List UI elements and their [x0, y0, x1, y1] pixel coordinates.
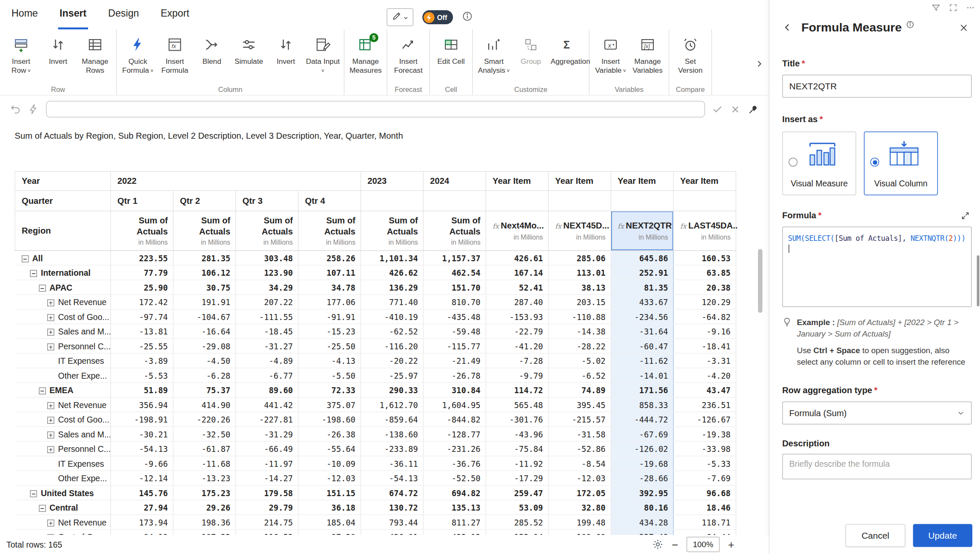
cell[interactable]: -11.92: [486, 456, 548, 471]
cell[interactable]: 106.12: [173, 265, 236, 280]
cell[interactable]: 811.27: [423, 515, 486, 530]
cell[interactable]: -128.77: [423, 427, 486, 442]
cell[interactable]: 414.90: [173, 397, 236, 412]
insert-variable-button[interactable]: xInsert Variable ˅: [592, 29, 629, 75]
cell[interactable]: 810.70: [423, 294, 486, 309]
year-group-year-item[interactable]: Year Item: [486, 171, 548, 191]
insert-formula-button[interactable]: fxInsert Formula: [157, 29, 194, 75]
cell[interactable]: 114.72: [486, 383, 548, 397]
row-label-net-revenue[interactable]: +Net Revenue: [15, 515, 111, 530]
invert-button[interactable]: Invert: [40, 29, 77, 66]
expand-toggle-icon[interactable]: +: [47, 417, 54, 424]
cell[interactable]: -215.57: [548, 412, 611, 427]
cell[interactable]: -3.31: [673, 353, 736, 368]
cell[interactable]: -9.79: [486, 368, 548, 383]
expand-toggle-icon[interactable]: +: [47, 329, 54, 336]
simulate-button[interactable]: Simulate: [231, 29, 268, 66]
cell[interactable]: -4.89: [236, 353, 298, 368]
cell[interactable]: -59.48: [423, 324, 486, 339]
row-aggregation-select[interactable]: Formula (Sum): [782, 402, 972, 425]
cell[interactable]: 203.15: [548, 294, 611, 309]
cell[interactable]: -14.27: [236, 471, 298, 485]
insert-row-button[interactable]: Insert Row ˅: [3, 29, 40, 75]
cell[interactable]: -25.50: [298, 339, 361, 354]
cell[interactable]: 43.47: [673, 383, 736, 397]
cancel-button[interactable]: Cancel: [846, 524, 905, 547]
row-label-cost-of-goo[interactable]: +Cost of Goo...: [15, 529, 111, 535]
cell[interactable]: 281.35: [173, 251, 236, 266]
cell[interactable]: -61.87: [173, 441, 236, 456]
cell[interactable]: 434.28: [611, 515, 673, 530]
cell[interactable]: 303.48: [236, 251, 298, 266]
cell[interactable]: -25.55: [111, 339, 173, 354]
cell[interactable]: 223.55: [111, 251, 173, 266]
info-icon[interactable]: [906, 20, 914, 29]
formula-editor[interactable]: SUM(SELECT([Sum of Actuals], NEXTNQTR(2)…: [782, 227, 972, 307]
cell[interactable]: 18.46: [673, 500, 736, 515]
cell[interactable]: 120.29: [673, 294, 736, 309]
cell[interactable]: -301.76: [486, 412, 548, 427]
edit-cell-button[interactable]: Edit Cell: [433, 29, 470, 66]
cell[interactable]: -4.50: [173, 353, 236, 368]
cell[interactable]: -28.22: [548, 339, 611, 354]
quarter-blank[interactable]: [423, 191, 486, 211]
cell[interactable]: 25.90: [111, 280, 173, 295]
row-label-it-expenses[interactable]: IT Expenses: [15, 456, 111, 471]
cell[interactable]: -4.20: [673, 368, 736, 383]
cell[interactable]: -8.54: [548, 456, 611, 471]
row-label-international[interactable]: −International: [15, 265, 111, 280]
cell[interactable]: -54.13: [111, 441, 173, 456]
radio-icon[interactable]: [789, 158, 798, 167]
cell[interactable]: -6.28: [173, 368, 236, 383]
live-update-toggle[interactable]: Off: [422, 10, 453, 24]
cell[interactable]: 1,101.34: [361, 251, 423, 266]
cell[interactable]: -20.22: [361, 353, 423, 368]
row-label-net-revenue[interactable]: +Net Revenue: [15, 397, 111, 412]
cell[interactable]: -52.50: [423, 471, 486, 485]
cell[interactable]: -36.76: [423, 456, 486, 471]
cell[interactable]: -94.19: [111, 529, 173, 535]
expand-toggle-icon[interactable]: +: [47, 446, 54, 454]
cell[interactable]: -64.44: [673, 529, 736, 535]
cell[interactable]: -435.48: [423, 309, 486, 324]
cell[interactable]: -64.82: [673, 309, 736, 324]
quarter-header-label[interactable]: Quarter: [15, 191, 111, 211]
cell[interactable]: 75.37: [173, 383, 236, 397]
cell[interactable]: -426.01: [361, 529, 423, 535]
measure-header-sum-of-actuals[interactable]: Sum of Actualsin Millions: [173, 211, 236, 251]
cell[interactable]: 1,604.95: [423, 397, 486, 412]
cell[interactable]: -16.64: [173, 324, 236, 339]
row-label-other-expe[interactable]: Other Expe...: [15, 471, 111, 485]
cell[interactable]: -54.13: [361, 471, 423, 485]
cell[interactable]: 674.72: [361, 485, 423, 500]
row-label-it-expenses[interactable]: IT Expenses: [15, 353, 111, 368]
expand-toggle-icon[interactable]: +: [47, 343, 54, 351]
quarter-blank[interactable]: [486, 191, 548, 211]
grid-scrollbar[interactable]: [758, 249, 763, 313]
cell[interactable]: -41.20: [486, 339, 548, 354]
cell[interactable]: 81.35: [611, 280, 673, 295]
cell[interactable]: -75.84: [486, 441, 548, 456]
collapse-toggle-icon[interactable]: −: [39, 505, 46, 512]
cell[interactable]: 172.05: [548, 485, 611, 500]
formula-bar-input[interactable]: [46, 101, 705, 117]
cell[interactable]: 426.62: [361, 265, 423, 280]
ribbon-overflow-chevron-icon[interactable]: [755, 60, 764, 69]
cell[interactable]: -107.22: [173, 529, 236, 535]
cell[interactable]: 858.33: [611, 397, 673, 412]
cell[interactable]: -109.69: [548, 529, 611, 535]
cell[interactable]: 107.11: [298, 265, 361, 280]
filter-icon[interactable]: [932, 3, 940, 15]
cell[interactable]: -22.79: [486, 324, 548, 339]
cell[interactable]: 123.90: [236, 265, 298, 280]
cell[interactable]: -31.29: [236, 427, 298, 442]
cell[interactable]: 462.54: [423, 265, 486, 280]
pin-icon[interactable]: [748, 104, 759, 115]
cell[interactable]: 199.48: [548, 515, 611, 530]
cell[interactable]: 118.71: [673, 515, 736, 530]
cell[interactable]: 51.89: [111, 383, 173, 397]
measure-header-last45da[interactable]: fxLAST45DA...in Millions: [673, 211, 736, 251]
tab-home[interactable]: Home: [10, 8, 39, 29]
cell[interactable]: -6.52: [548, 368, 611, 383]
cell[interactable]: -11.68: [173, 456, 236, 471]
